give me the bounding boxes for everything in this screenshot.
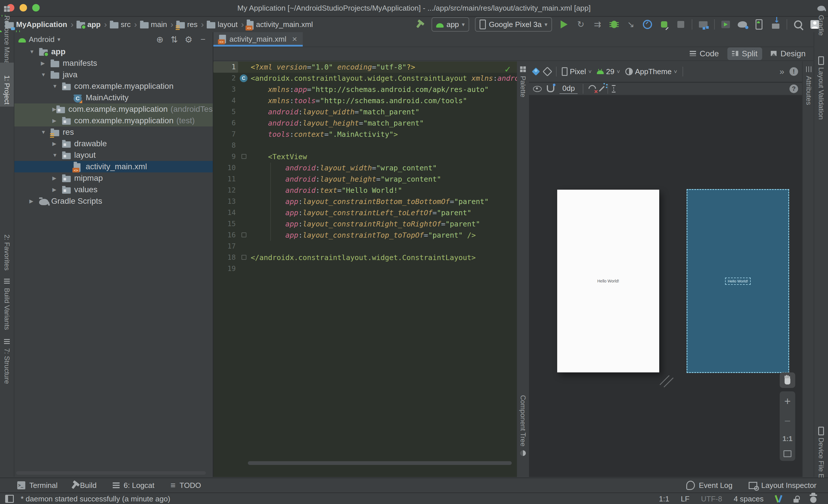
hello-world-text[interactable]: Hello World!	[597, 279, 619, 283]
zoom-in-button[interactable]: +	[784, 395, 791, 407]
orientation-button[interactable]	[544, 68, 551, 75]
tree-row[interactable]: layout	[14, 149, 213, 161]
line-number[interactable]: 13	[213, 196, 238, 207]
tree-row[interactable]: MainActivity	[14, 92, 213, 103]
toolbar-action[interactable]	[736, 18, 749, 31]
editor-mode-button[interactable]: Split	[728, 47, 762, 60]
collapse-all-button[interactable]: ⇅	[168, 35, 180, 45]
zoom-out-button[interactable]: −	[784, 415, 791, 427]
project-scrollbar[interactable]	[16, 471, 206, 475]
toolbar-action[interactable]: ↻	[574, 18, 587, 31]
device-select[interactable]: Google Pixel 3a ▾	[475, 17, 552, 32]
line-number[interactable]: 11	[213, 174, 238, 185]
editor-mode-button[interactable]: Design	[766, 47, 810, 60]
tree-row[interactable]: manifests	[14, 57, 213, 69]
pan-button[interactable]	[780, 372, 795, 388]
tree-arrow-icon[interactable]	[29, 198, 39, 204]
toolbar-action[interactable]	[719, 18, 732, 31]
line-number[interactable]: 8	[213, 140, 238, 151]
line-number[interactable]: 18	[213, 252, 238, 263]
line-number[interactable]: 14	[213, 207, 238, 218]
breadcrumb-item[interactable]: MyApplication ›	[5, 19, 75, 29]
line-number[interactable]: 17	[213, 241, 238, 252]
resize-handle-icon[interactable]	[659, 373, 673, 388]
tree-arrow-icon[interactable]	[52, 152, 62, 158]
line-number[interactable]: 4	[213, 95, 238, 106]
attributes-button[interactable]: Attributes	[803, 65, 815, 105]
tree-arrow-icon[interactable]	[52, 83, 62, 89]
tree-row[interactable]: com.example.myapplication (androidTest)	[14, 103, 213, 115]
breadcrumb-item[interactable]: src ›	[110, 19, 138, 29]
tab-activity-main[interactable]: activity_main.xml ×	[213, 32, 303, 46]
device-in-editor-select[interactable]: Pixel ˅	[562, 67, 592, 76]
infer-constraints-icon[interactable]	[601, 85, 602, 92]
tree-row[interactable]: mipmap	[14, 172, 213, 184]
toolbar-action[interactable]: ⇉	[591, 18, 604, 31]
design-preview[interactable]: Hello World!	[557, 190, 659, 372]
tool-window-button[interactable]: Build	[74, 481, 96, 490]
tree-row[interactable]: java	[14, 69, 213, 81]
tree-row[interactable]: values	[14, 184, 213, 195]
settings-gear-icon[interactable]: ⚙	[183, 35, 194, 45]
toolbar-action[interactable]	[753, 18, 765, 31]
line-number[interactable]: 12	[213, 185, 238, 196]
line-number[interactable]: 19	[213, 263, 238, 274]
toolbar-action[interactable]	[692, 19, 692, 30]
lock-icon[interactable]	[793, 495, 799, 503]
highlighting-level-icon[interactable]	[810, 495, 817, 503]
editor-hscrollbar[interactable]	[248, 461, 512, 465]
line-number[interactable]: 5	[213, 106, 238, 118]
tool-window-button[interactable]: Layout Inspector	[749, 481, 817, 490]
tree-row[interactable]: Gradle Scripts	[14, 195, 213, 207]
hide-panel-button[interactable]: −	[197, 35, 209, 44]
theme-select[interactable]: AppTheme ˅	[625, 67, 677, 76]
breadcrumb-item[interactable]: app ›	[77, 19, 108, 29]
locate-file-button[interactable]: ⊕	[154, 35, 166, 45]
line-number[interactable]: 7	[213, 129, 238, 140]
help-badge[interactable]: ?	[789, 85, 798, 93]
overflow-icon[interactable]: »	[779, 67, 784, 77]
line-number[interactable]: 10	[213, 163, 238, 174]
tool-window-button[interactable]: Event Log	[686, 481, 733, 490]
toolbar-action[interactable]	[558, 18, 570, 31]
line-number[interactable]: 16	[213, 230, 238, 241]
tool-window-button[interactable]: ≡ TODO	[170, 480, 201, 490]
maximize-icon[interactable]	[32, 4, 40, 11]
tool-window-button[interactable]: Terminal	[17, 481, 57, 490]
toolbar-action[interactable]	[714, 19, 715, 30]
toolbar-action[interactable]	[608, 18, 620, 31]
project-view-select[interactable]: Android	[29, 35, 55, 44]
clear-constraints-icon[interactable]	[588, 85, 596, 93]
breadcrumb-item[interactable]: layout ›	[207, 19, 245, 29]
line-ending[interactable]: LF	[681, 495, 690, 503]
tool-window-button[interactable]: 7: Structure	[0, 336, 14, 386]
pack-align-icon[interactable]	[613, 85, 614, 93]
tree-row[interactable]: drawable	[14, 138, 213, 149]
tree-row[interactable]: activity_main.xml	[14, 161, 213, 172]
toolbar-action[interactable]	[641, 18, 654, 31]
tree-arrow-icon[interactable]	[29, 49, 39, 55]
toolbar-action[interactable]	[697, 18, 710, 31]
caret-position[interactable]: 1:1	[659, 495, 669, 503]
zoom-to-fit-button[interactable]	[783, 450, 791, 457]
line-number[interactable]: 1	[213, 61, 238, 73]
palette-button[interactable]: Palette	[517, 65, 529, 97]
tree-row[interactable]: app	[14, 46, 213, 57]
toolbar-action[interactable]	[674, 18, 687, 31]
tree-arrow-icon[interactable]	[41, 129, 51, 135]
line-number[interactable]: 2	[213, 73, 238, 84]
default-margin-select[interactable]: 0dp	[560, 84, 578, 94]
toolbar-action[interactable]: ↘	[624, 18, 637, 31]
make-project-button[interactable]	[413, 18, 426, 31]
tree-row[interactable]: com.example.myapplication	[14, 81, 213, 92]
autoconnect-magnet-icon[interactable]	[547, 85, 554, 92]
status-message[interactable]: * daemon started successfully (a minute …	[21, 495, 170, 503]
toolbar-action[interactable]	[792, 18, 804, 31]
tool-window-button[interactable]: 6: Logcat	[113, 481, 154, 490]
design-surface-select[interactable]	[533, 69, 539, 75]
file-encoding[interactable]: UTF-8	[701, 495, 722, 503]
tool-window-button[interactable]: Build Variants	[0, 275, 14, 332]
tree-row[interactable]: com.example.myapplication (test)	[14, 115, 213, 127]
inspection-ok-icon[interactable]: ✓	[505, 63, 510, 75]
tool-window-button[interactable]: Gradle	[814, 2, 828, 38]
